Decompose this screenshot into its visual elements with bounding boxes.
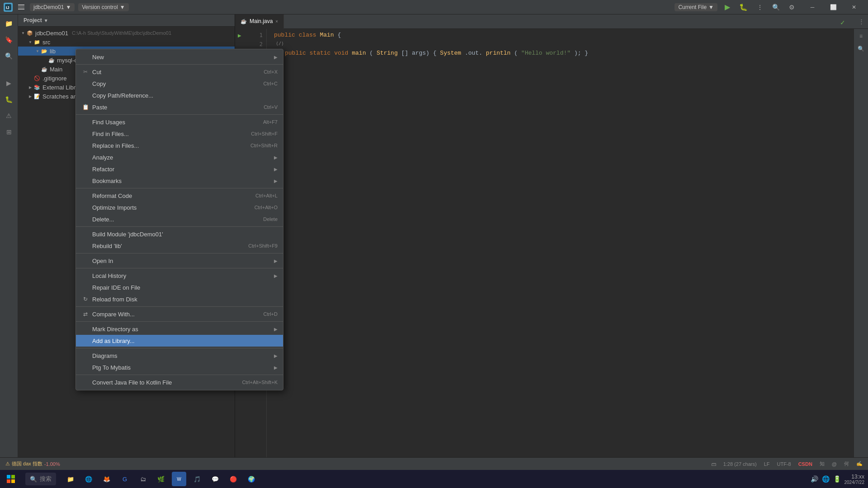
taskbar-app-7[interactable]: 🎵 (190, 472, 204, 486)
cm-sep8 (76, 321, 283, 322)
tab-main-java[interactable]: ☕ Main.java × (235, 14, 284, 29)
start-button[interactable] (0, 470, 22, 488)
rs-icon-1[interactable]: ≡ (856, 31, 867, 42)
cm-open-in-arrow: ▶ (274, 258, 278, 263)
cm-optimize[interactable]: Optimize Imports Ctrl+Alt+O (76, 202, 283, 213)
sidebar-icon-find[interactable]: 🔍 (2, 49, 16, 63)
cm-refactor-arrow: ▶ (274, 167, 278, 172)
search-everywhere[interactable]: 🔍 (770, 2, 782, 13)
cm-local-history[interactable]: Local History ▶ (76, 270, 283, 282)
right-sidebar: ≡ 🔍 (854, 29, 868, 465)
cm-new[interactable]: New ▶ (76, 51, 283, 63)
encoding[interactable]: UTF-8 (777, 461, 791, 467)
cm-repair-ide[interactable]: Repair IDE on File (76, 282, 283, 293)
tabs-more-button[interactable]: ⋮ (855, 18, 868, 25)
cm-ptg-mybatis[interactable]: Ptg To Mybatis ▶ (76, 361, 283, 373)
version-control-chip[interactable]: Version control ▼ (78, 3, 128, 11)
ext-arrow: ▶ (27, 84, 33, 90)
cm-diagrams-icon (81, 352, 90, 360)
hamburger-menu[interactable] (16, 3, 26, 11)
project-folder-icon: 📦 (26, 29, 33, 37)
project-name-chip[interactable]: jdbcDemo01 ▼ (30, 3, 75, 11)
tray-icon-3[interactable]: 🔋 (833, 475, 841, 483)
cm-build-icon (81, 230, 90, 238)
cm-ptg-icon (81, 363, 90, 371)
code-editor: ▶ ▶ 1 2 5 public class Main { ⟨/⟩ (235, 29, 868, 465)
cm-sep7 (76, 306, 283, 307)
cm-reload-disk[interactable]: ↻ Reload from Disk (76, 293, 283, 305)
cm-mark-directory[interactable]: Mark Directory as ▶ (76, 323, 283, 335)
cm-rebuild-lib[interactable]: Rebuild 'lib' Ctrl+Shift+F9 (76, 240, 283, 252)
cm-delete[interactable]: Delete... Delete (76, 213, 283, 225)
tree-item-jdbcdemo01[interactable]: ▼ 📦 jdbcDemo01 C:\A-h Study\StudyWithME\… (18, 28, 235, 38)
cm-reformat[interactable]: Reformat Code Ctrl+Alt+L (76, 190, 283, 202)
cm-replace-files[interactable]: Replace in Files... Ctrl+Shift+R (76, 140, 283, 151)
cm-find-files[interactable]: Find in Files... Ctrl+Shift+F (76, 128, 283, 140)
maximize-button[interactable]: ⬜ (823, 0, 844, 14)
cm-sep10 (76, 375, 283, 375)
code-line-sub: ⟨/⟩ (274, 40, 846, 49)
code-line-2: public static void main ( String [] args… (274, 49, 846, 58)
svg-rect-5 (11, 479, 15, 483)
code-content[interactable]: public class Main { ⟨/⟩ public static vo… (267, 29, 854, 465)
sidebar-icon-bookmarks[interactable]: 🔖 (2, 33, 16, 47)
tray-icon-1[interactable]: 🔊 (811, 475, 818, 483)
settings-button[interactable]: ⚙ (787, 2, 797, 13)
cm-diagrams[interactable]: Diagrams ▶ (76, 350, 283, 361)
cm-compare-with[interactable]: ⇄ Compare With... Ctrl+D (76, 308, 283, 320)
cm-sep1 (76, 64, 283, 65)
scratches-icon: 📝 (33, 93, 41, 100)
taskbar-app-browser3[interactable]: G (118, 472, 132, 486)
taskbar-app-explorer[interactable]: 📁 (63, 472, 78, 486)
tree-item-src[interactable]: ▼ 📁 src (18, 38, 235, 47)
code-line-5: } (274, 67, 846, 76)
cm-sep3 (76, 188, 283, 188)
cm-copy-path[interactable]: Copy Path/Reference... (76, 89, 283, 101)
line-ending[interactable]: LF (764, 461, 770, 467)
taskbar-app-browser1[interactable]: 🌐 (81, 472, 96, 486)
taskbar-app-9[interactable]: 🔴 (226, 472, 241, 486)
cm-copy-icon (81, 80, 90, 88)
rs-icon-2[interactable]: 🔍 (856, 43, 867, 54)
taskbar-search[interactable]: 🔍 搜索 (25, 473, 56, 485)
cm-analyze[interactable]: Analyze ▶ (76, 151, 283, 163)
run-arrow-1[interactable]: ▶ (235, 31, 244, 40)
taskbar-app-5[interactable]: 🌿 (154, 472, 168, 486)
taskbar-app-8[interactable]: 💬 (208, 472, 222, 486)
tree-arrow-src: ▼ (27, 39, 33, 45)
taskbar-app-6[interactable]: W (172, 472, 186, 486)
taskbar-app-10[interactable]: 🌍 (244, 472, 259, 486)
cm-kotlin-icon (81, 378, 90, 386)
cm-diagrams-arrow: ▶ (274, 353, 278, 358)
minimize-button[interactable]: ─ (802, 0, 823, 14)
sidebar-icon-problems[interactable]: ⚠ (2, 108, 16, 123)
sidebar-icon-project[interactable]: 📁 (2, 16, 16, 31)
cm-paste[interactable]: 📋 Paste Ctrl+V (76, 101, 283, 113)
sidebar-icon-terminal[interactable]: ⊞ (2, 125, 16, 139)
cm-refactor[interactable]: Refactor ▶ (76, 163, 283, 175)
cm-build-module[interactable]: Build Module 'jdbcDemo01' (76, 228, 283, 240)
tray-icon-2[interactable]: 🌐 (822, 475, 830, 483)
cm-find-usages[interactable]: Find Usages Alt+F7 (76, 116, 283, 128)
cm-cut[interactable]: ✂ Cut Ctrl+X (76, 66, 283, 78)
run-config-chip[interactable]: Current File ▼ (675, 3, 717, 11)
run-button[interactable]: ▶ (723, 1, 732, 13)
cm-mark-dir-arrow: ▶ (274, 327, 278, 332)
cm-convert-kotlin[interactable]: Convert Java File to Kotlin File Ctrl+Al… (76, 376, 283, 388)
status-bar: ⚠ 德国 dax 指数 -1.00% 🗃 1:28 (27 chars) LF … (0, 457, 868, 470)
cm-local-history-arrow: ▶ (274, 273, 278, 278)
close-button[interactable]: ✕ (844, 0, 864, 14)
taskbar-app-files[interactable]: 🗂 (136, 472, 150, 486)
cm-copy[interactable]: Copy Ctrl+C (76, 78, 283, 89)
tab-close-button[interactable]: × (275, 19, 278, 24)
taskbar-app-browser2[interactable]: 🦊 (99, 472, 114, 486)
sidebar-icon-run[interactable]: ▶ (2, 76, 16, 90)
cm-optimize-icon (81, 203, 90, 211)
cm-bookmarks[interactable]: Bookmarks ▶ (76, 175, 283, 187)
sidebar-icon-debug[interactable]: 🐛 (2, 92, 16, 107)
more-run-options[interactable]: ⋮ (755, 2, 765, 13)
cm-open-in[interactable]: Open In ▶ (76, 255, 283, 267)
debug-button[interactable]: 🐛 (737, 1, 750, 13)
cm-add-library[interactable]: Add as Library... (76, 335, 283, 347)
window-controls: ─ ⬜ ✕ (802, 0, 864, 14)
